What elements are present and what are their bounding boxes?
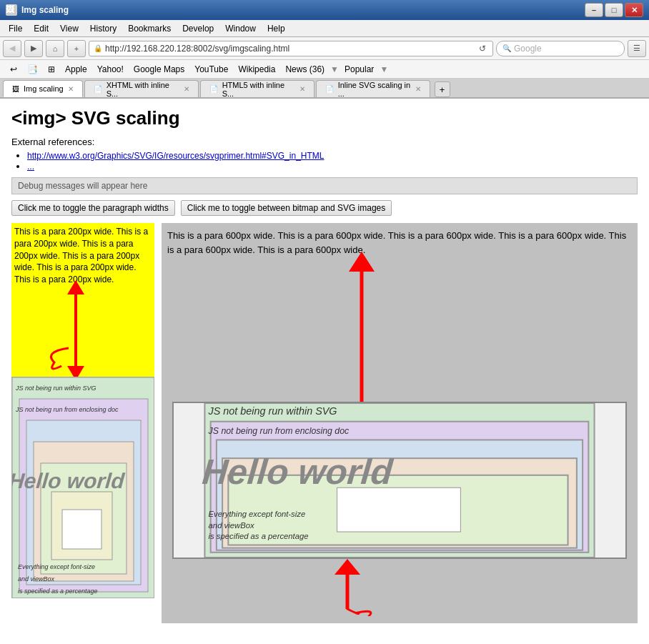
right-svg-box: JS not being run within SVG JS not being…	[172, 402, 627, 559]
bookmark-news[interactable]: News (36)	[281, 63, 329, 76]
search-bar[interactable]: 🔍 Google	[496, 41, 625, 56]
window-controls: – □ ✕	[585, 3, 643, 17]
svg-marker-1	[67, 280, 84, 294]
titlebar: 🖼 Img scaling – □ ✕	[0, 0, 649, 20]
debug-bar: Debug messages will appear here	[11, 177, 638, 194]
svg-text:JS not being run from enclosin: JS not being run from enclosing doc	[15, 406, 119, 413]
home-button[interactable]: ⌂	[46, 40, 64, 57]
toggle-widths-button[interactable]: Click me to toggle the paragraph widths	[11, 200, 175, 216]
refresh-button[interactable]: ↺	[477, 44, 488, 54]
content-area: This is a para 200px wide. This is a par…	[11, 223, 638, 623]
svg-marker-3	[67, 366, 84, 377]
debug-message: Debug messages will appear here	[18, 181, 147, 191]
svg-text:and viewBox: and viewBox	[18, 575, 55, 583]
bottom-arrow-svg	[304, 559, 390, 616]
new-tab-button[interactable]: +	[435, 81, 450, 97]
tab-xhtml[interactable]: 📄 XHTML with inline S... ✕	[84, 80, 199, 97]
tab-icon-3: 📄	[325, 85, 334, 93]
svg-text:Everything except font-size: Everything except font-size	[209, 510, 306, 518]
tab-img-scaling[interactable]: 🖼 Img scaling ✕	[3, 80, 83, 97]
page-content: <img> SVG scaling External references: h…	[0, 99, 649, 644]
menu-help[interactable]: Help	[262, 22, 291, 35]
right-column: This is a para 600px wide. This is a par…	[162, 223, 638, 623]
svg-marker-18	[349, 252, 375, 272]
svg-rect-27	[337, 487, 461, 532]
svg-text:JS not being run within SVG: JS not being run within SVG	[208, 405, 337, 417]
menu-history[interactable]: History	[84, 22, 122, 35]
menu-bookmarks[interactable]: Bookmarks	[122, 22, 177, 35]
tab-inline-svg[interactable]: 📄 Inline SVG scaling in ... ✕	[316, 80, 430, 97]
maximize-button[interactable]: □	[605, 3, 623, 17]
menubar: File Edit View History Bookmarks Develop…	[0, 20, 649, 37]
forward-button[interactable]: ▶	[24, 40, 43, 57]
url-bar[interactable]: 🔒 http://192.168.220.128:8002/svg/imgsca…	[89, 41, 493, 56]
bookmark-grid-icon[interactable]: ⊞	[44, 63, 59, 76]
page-title: <img> SVG scaling	[11, 107, 638, 129]
menu-develop[interactable]: Develop	[177, 22, 219, 35]
tab-label-1: XHTML with inline S...	[106, 81, 179, 98]
left-svg-box: JS not being run within SVG JS not being…	[11, 377, 154, 598]
window-title: Img scaling	[21, 5, 585, 15]
tab-icon-0: 🖼	[12, 85, 19, 93]
menu-edit[interactable]: Edit	[28, 22, 54, 35]
bookmark-yahoo[interactable]: Yahoo!	[93, 63, 128, 76]
tab-icon-1: 📄	[94, 85, 102, 93]
tab-icon-2: 📄	[209, 85, 218, 93]
tab-close-1[interactable]: ✕	[184, 85, 189, 93]
tabs-bar: 🖼 Img scaling ✕ 📄 XHTML with inline S...…	[0, 79, 649, 99]
external-references: External references: http://www.w3.org/G…	[11, 137, 638, 172]
minimize-button[interactable]: –	[585, 3, 603, 17]
search-placeholder: Google	[514, 44, 542, 54]
bookmark-youtube[interactable]: YouTube	[190, 63, 232, 76]
tab-label-3: Inline SVG scaling in ...	[338, 81, 411, 98]
svg-text:JS not being run from enclosin: JS not being run from enclosing doc	[208, 426, 350, 436]
tab-label-0: Img scaling	[24, 84, 64, 93]
menu-button[interactable]: ☰	[628, 40, 646, 57]
menu-file[interactable]: File	[3, 22, 28, 35]
add-tab-button[interactable]: +	[67, 40, 86, 57]
svg-marker-21	[335, 559, 360, 575]
svg-text:Hello world: Hello world	[201, 452, 396, 491]
left-arrows-svg	[33, 280, 119, 377]
ext-link-2[interactable]: ...	[27, 162, 34, 172]
left-para-text: This is a para 200px wide. This is a par…	[14, 226, 152, 286]
ext-refs-label: External references:	[11, 137, 638, 147]
bookmark-apple[interactable]: Apple	[61, 63, 91, 76]
toggle-images-button[interactable]: Click me to toggle between bitmap and SV…	[181, 200, 392, 216]
tab-close-3[interactable]: ✕	[415, 85, 421, 93]
url-text: http://192.168.220.128:8002/svg/imgscali…	[105, 44, 477, 54]
bookmarks-bar: ↩ 📑 ⊞ Apple Yahoo! Google Maps YouTube W…	[0, 60, 649, 79]
menu-window[interactable]: Window	[219, 22, 262, 35]
svg-text:is specified as a percentage: is specified as a percentage	[18, 588, 98, 595]
search-icon: 🔍	[502, 44, 511, 52]
svg-rect-10	[62, 510, 101, 549]
tab-close-2[interactable]: ✕	[299, 85, 305, 93]
button-row: Click me to toggle the paragraph widths …	[11, 200, 638, 216]
menu-view[interactable]: View	[54, 22, 84, 35]
close-button[interactable]: ✕	[625, 3, 643, 17]
bookmark-back-icon[interactable]: ↩	[6, 63, 21, 76]
svg-text:Hello world: Hello world	[12, 469, 126, 492]
navbar: ◀ ▶ ⌂ + 🔒 http://192.168.220.128:8002/sv…	[0, 37, 649, 60]
left-yellow-box: This is a para 200px wide. This is a par…	[11, 223, 154, 377]
ext-link-1[interactable]: http://www.w3.org/Graphics/SVG/IG/resour…	[27, 151, 324, 161]
bookmark-google-maps[interactable]: Google Maps	[129, 63, 189, 76]
tab-close-0[interactable]: ✕	[68, 85, 74, 93]
svg-text:JS not being run within SVG: JS not being run within SVG	[15, 385, 96, 392]
tab-html5[interactable]: 📄 HTML5 with inline S... ✕	[200, 80, 314, 97]
url-lock-icon: 🔒	[94, 44, 102, 52]
window-icon: 🖼	[6, 4, 17, 16]
bookmark-list-icon[interactable]: 📑	[23, 63, 42, 76]
tab-label-2: HTML5 with inline S...	[222, 81, 295, 98]
svg-text:and viewBox: and viewBox	[209, 521, 254, 530]
bookmark-popular[interactable]: Popular	[340, 63, 378, 76]
left-column: This is a para 200px wide. This is a par…	[11, 223, 162, 623]
back-button[interactable]: ◀	[3, 40, 21, 57]
bookmark-wikipedia[interactable]: Wikipedia	[234, 63, 279, 76]
svg-text:Everything except font-size: Everything except font-size	[18, 563, 95, 570]
svg-text:is specified as a percentage: is specified as a percentage	[209, 532, 309, 540]
